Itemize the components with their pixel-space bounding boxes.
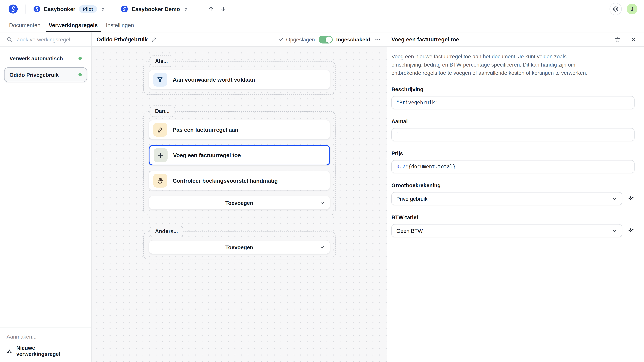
prijs-input[interactable]: 0.2 * {document.total} [392, 160, 634, 173]
arrow-down-button[interactable] [220, 6, 227, 12]
top-bar-left: Easybooker Pilot Easybooker Demo [8, 4, 227, 14]
sidebar-footer: Aanmaken... Nieuwe verwerkingsregel [0, 328, 91, 362]
field-label: Prijs [392, 150, 634, 157]
flow-canvas: Als... Aan voorwaarde wordt voldaan [92, 47, 387, 362]
close-button[interactable] [630, 35, 638, 43]
rule-item-odido-privegebruik[interactable]: Odido Privégebruik [4, 67, 87, 82]
card-label: Controleer boekingsvoorstel handmatig [173, 177, 278, 184]
search-input[interactable] [16, 36, 84, 43]
section-anders: Anders... Toevoegen [143, 226, 335, 259]
section-label: Dan... [150, 105, 175, 117]
card-manual-review[interactable]: Controleer boekingsvoorstel handmatig [148, 171, 330, 191]
new-rule-button[interactable]: Nieuwe verwerkingsregel [6, 345, 84, 357]
filter-icon [153, 72, 167, 86]
main-content: Verwerk automatisch Odido Privégebruik A… [0, 32, 644, 362]
chevron-expand-icon [100, 6, 106, 12]
panel-header: Voeg een factuurregel toe [387, 32, 644, 47]
tab-instellingen[interactable]: Instellingen [102, 18, 138, 32]
status-dot [78, 73, 82, 76]
code-token: 1 [396, 132, 399, 138]
grootboekrekening-select[interactable]: Privé gebruik [392, 192, 622, 205]
workspace-selector[interactable]: Easybooker Pilot [33, 5, 106, 13]
canvas-header-controls: Opgeslagen Ingeschakeld [278, 35, 382, 43]
panel-body: Voeg een nieuwe factuurregel toe aan het… [387, 47, 644, 246]
saved-label: Opgeslagen [286, 36, 315, 42]
panel-description: Voeg een nieuwe factuurregel toe aan het… [392, 52, 588, 77]
workflow-icon [6, 348, 12, 354]
rule-title: Odido Privégebruik [96, 36, 148, 42]
enabled-label: Ingeschakeld [336, 36, 370, 42]
help-button[interactable] [610, 3, 622, 15]
toggle-knob [326, 36, 332, 42]
field-beschrijving: Beschrijving "Privegebruik" [392, 86, 634, 109]
create-hint: Aanmaken... [6, 334, 84, 340]
arrow-up-button[interactable] [208, 6, 214, 12]
user-avatar[interactable]: J [627, 4, 638, 14]
organization-logo-icon [121, 5, 128, 13]
card-add-invoice-line[interactable]: Voeg een factuurregel toe [148, 145, 330, 165]
code-token: {document.total} [408, 164, 456, 170]
workspace-logo-icon [33, 5, 40, 13]
rule-list: Verwerk automatisch Odido Privégebruik [0, 47, 91, 86]
chevron-down-icon [319, 244, 325, 250]
workspace-name: Easybooker [44, 6, 75, 12]
organization-name: Easybooker Demo [132, 6, 180, 12]
add-action-button-anders[interactable]: Toevoegen [148, 240, 330, 254]
ai-suggest-button[interactable] [628, 227, 634, 234]
more-menu-button[interactable] [374, 35, 382, 43]
code-token: "Privegebruik" [396, 100, 438, 106]
status-dot [78, 57, 82, 60]
aantal-input[interactable]: 1 [392, 128, 634, 141]
chevron-down-icon [612, 228, 617, 233]
app-logo-icon[interactable] [8, 4, 18, 14]
field-label: Aantal [392, 118, 634, 124]
avatar-initial: J [630, 6, 634, 12]
card-condition[interactable]: Aan voorwaarde wordt voldaan [148, 70, 330, 89]
field-prijs: Prijs 0.2 * {document.total} [392, 150, 634, 173]
card-label: Voeg een factuurregel toe [173, 152, 241, 158]
rule-item-verwerk-automatisch[interactable]: Verwerk automatisch [4, 51, 87, 66]
card-label: Pas een factuurregel aan [173, 127, 238, 133]
tab-documenten[interactable]: Documenten [5, 18, 44, 32]
card-adjust-invoice-line[interactable]: Pas een factuurregel aan [148, 120, 330, 140]
field-aantal: Aantal 1 [392, 118, 634, 141]
main-tabs: Documenten Verwerkingsregels Instellinge… [0, 18, 644, 32]
search-row [0, 32, 91, 47]
organization-selector[interactable]: Easybooker Demo [121, 5, 189, 13]
beschrijving-input[interactable]: "Privegebruik" [392, 96, 634, 109]
edit-title-icon[interactable] [151, 36, 157, 42]
ai-suggest-button[interactable] [628, 195, 634, 202]
enabled-toggle[interactable] [318, 35, 332, 43]
field-label: Grootboekrekening [392, 182, 634, 189]
detail-panel: Voeg een factuurregel toe Voeg een nieuw… [387, 32, 644, 362]
divider [113, 4, 114, 13]
field-btw-tarief: BTW-tarief Geen BTW [392, 214, 634, 237]
divider [26, 4, 26, 13]
card-label: Aan voorwaarde wordt voldaan [173, 77, 255, 83]
rule-item-label: Verwerk automatisch [10, 55, 63, 61]
edit-line-icon [153, 123, 167, 137]
panel-title: Voeg een factuurregel toe [392, 36, 459, 42]
field-label: Beschrijving [392, 86, 634, 92]
chevron-down-icon [612, 196, 617, 201]
trash-button[interactable] [614, 35, 622, 43]
section-box: Pas een factuurregel aan Voeg een factuu… [143, 111, 335, 215]
section-label: Anders... [150, 226, 183, 237]
app-window: Easybooker Pilot Easybooker Demo J [0, 0, 644, 362]
field-label: BTW-tarief [392, 214, 634, 221]
tab-verwerkingsregels[interactable]: Verwerkingsregels [44, 18, 102, 32]
add-action-button-dan[interactable]: Toevoegen [148, 196, 330, 210]
life-buoy-icon [612, 6, 619, 12]
top-bar: Easybooker Pilot Easybooker Demo J [0, 0, 644, 18]
code-token: * [405, 164, 408, 170]
code-token: 0.2 [396, 164, 405, 170]
add-button-label: Toevoegen [226, 200, 253, 206]
section-box: Aan voorwaarde wordt voldaan [143, 61, 335, 95]
saved-status: Opgeslagen [278, 36, 315, 42]
section-dan: Dan... Pas een factuurregel aan [143, 105, 335, 215]
plus-icon [79, 348, 84, 354]
rule-canvas: Odido Privégebruik Opgeslagen Ingeschake… [92, 32, 387, 362]
new-rule-label: Nieuwe verwerkingsregel [16, 345, 75, 357]
search-icon [6, 36, 12, 42]
btw-tarief-select[interactable]: Geen BTW [392, 224, 622, 237]
